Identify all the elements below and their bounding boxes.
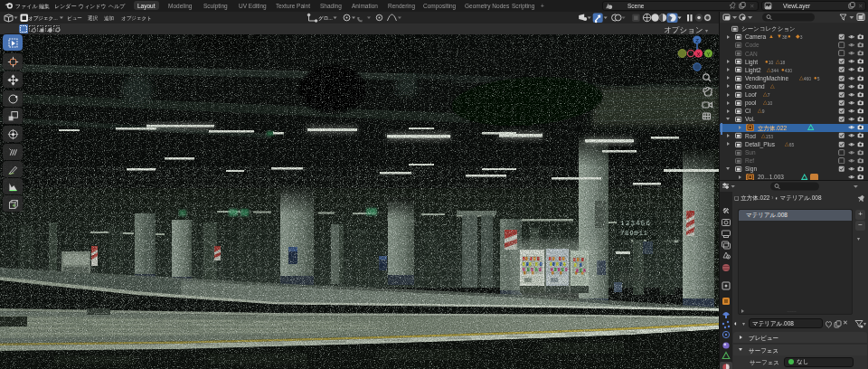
svg-text:+: +: [862, 12, 864, 17]
svg-text:Y: Y: [706, 52, 710, 57]
svg-text:Z: Z: [695, 38, 699, 43]
svg-text:X: X: [696, 52, 700, 57]
svg-text:🛠: 🛠: [722, 207, 730, 215]
svg-text:‹: ‹: [714, 41, 717, 47]
